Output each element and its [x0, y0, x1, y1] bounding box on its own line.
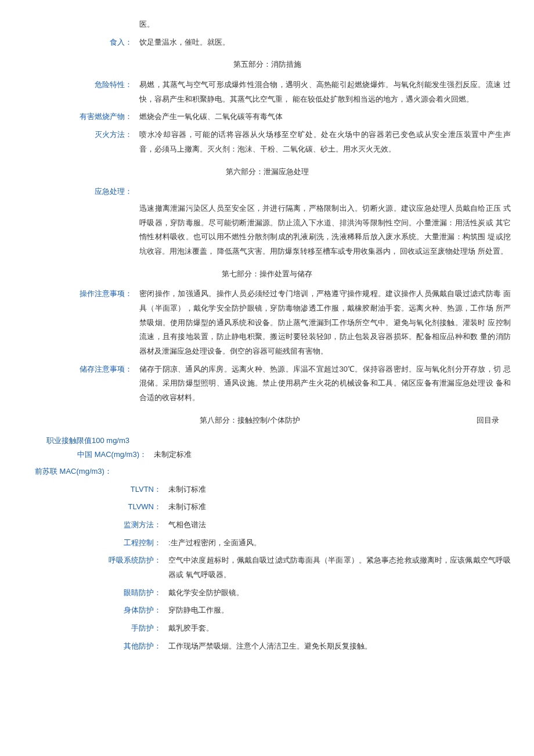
ingestion-row: 食入： 饮足量温水，催吐。就医。	[23, 35, 511, 50]
body-row: 身体防护： 穿防静电工作服。	[23, 603, 511, 618]
cn-mac-label: 中国 MAC(mg/m3)：	[23, 448, 154, 462]
eng-control-content: :生产过程密闭，全面通风。	[168, 536, 511, 550]
empty-label	[23, 17, 139, 32]
extinguish-content: 喷水冷却容器，可能的话将容器从火场移至空旷处。处在火场中的容器若已变色或从安全泄…	[139, 128, 511, 156]
occupational-limit: 职业接触限值100 mg/m3	[46, 434, 511, 448]
hand-label: 手防护：	[23, 621, 168, 636]
section5-title: 第五部分：消防措施	[23, 57, 511, 72]
extinguish-label: 灭火方法：	[23, 128, 139, 156]
eng-control-label: 工程控制：	[23, 536, 168, 550]
tlvtn-content: 未制订标准	[168, 483, 511, 497]
storage-row: 储存注意事项： 储存于阴凉、通风的库房。远离火种、热源。库温不宜超过30℃。保持…	[23, 362, 511, 405]
emergency-label: 应急处理：	[23, 185, 139, 199]
section8-title: 第八部分：接触控制/个体防护	[23, 413, 477, 428]
eng-control-row: 工程控制： :生产过程密闭，全面通风。	[23, 536, 511, 550]
section7-title: 第七部分：操作处置与储存	[23, 267, 511, 282]
section6-title: 第六部分：泄漏应急处理	[23, 165, 511, 179]
body-label: 身体防护：	[23, 603, 168, 618]
operation-label: 操作注意事项：	[23, 287, 139, 358]
respiratory-row: 呼吸系统防护： 空气中浓度超标时，佩戴自吸过滤式防毒面具（半面罩）。紧急事态抢救…	[23, 553, 511, 582]
emergency-row: 应急处理： 迅速撤离泄漏污染区人员至安全区，并进行隔离，严格限制出入。切断火源。…	[23, 185, 511, 258]
extinguish-row: 灭火方法： 喷水冷却容器，可能的话将容器从火场移至空旷处。处在火场中的容器若已变…	[23, 128, 511, 156]
hand-row: 手防护： 戴乳胶手套。	[23, 621, 511, 636]
tlvwn-content: 未制订标准	[168, 500, 511, 514]
respiratory-label: 呼吸系统防护：	[23, 553, 168, 582]
other-content: 工作现场严禁吸烟。注意个人清洁卫生。避免长期反复接触。	[168, 639, 511, 654]
eye-label: 眼睛防护：	[23, 586, 168, 600]
cn-mac-content: 未制定标准	[154, 448, 511, 462]
ingestion-label: 食入：	[23, 35, 139, 50]
other-label: 其他防护：	[23, 639, 168, 654]
hazard-content: 易燃，其蒸气与空气可形成爆炸性混合物，遇明火、高热能引起燃烧爆炸。与氧化剂能发生…	[139, 78, 511, 106]
body-content: 穿防静电工作服。	[168, 603, 511, 618]
hand-content: 戴乳胶手套。	[168, 621, 511, 636]
section8-header: 第八部分：接触控制/个体防护 回目录	[23, 413, 511, 428]
tlvwn-row: TLVWN： 未制订标准	[23, 500, 511, 514]
ingestion-content: 饮足量温水，催吐。就医。	[139, 35, 511, 50]
other-row: 其他防护： 工作现场严禁吸烟。注意个人清洁卫生。避免长期反复接触。	[23, 639, 511, 654]
monitor-content: 气相色谱法	[168, 518, 511, 532]
pre-content-row: 医。	[23, 17, 511, 32]
hazard-row: 危险特性： 易燃，其蒸气与空气可形成爆炸性混合物，遇明火、高热能引起燃烧爆炸。与…	[23, 78, 511, 106]
tlvtn-row: TLVTN： 未制订标准	[23, 483, 511, 497]
operation-content: 密闭操作，加强通风。操作人员必须经过专门培训，严格遵守操作规程。建议操作人员佩戴…	[139, 287, 511, 358]
monitor-row: 监测方法： 气相色谱法	[23, 518, 511, 532]
document-body: 医。 食入： 饮足量温水，催吐。就医。 第五部分：消防措施 危险特性： 易燃，其…	[23, 17, 511, 653]
combustion-content: 燃烧会产生一氧化碳、二氧化碳等有毒气体	[139, 110, 511, 124]
tlvtn-label: TLVTN：	[23, 483, 168, 497]
former-soviet-label: 前苏联 MAC(mg/m3)：	[35, 465, 511, 479]
operation-row: 操作注意事项： 密闭操作，加强通风。操作人员必须经过专门培训，严格遵守操作规程。…	[23, 287, 511, 358]
back-to-contents-link[interactable]: 回目录	[477, 413, 511, 428]
monitor-label: 监测方法：	[23, 518, 168, 532]
eye-content: 戴化学安全防护眼镜。	[168, 586, 511, 600]
respiratory-content: 空气中浓度超标时，佩戴自吸过滤式防毒面具（半面罩）。紧急事态抢救或撤离时，应该佩…	[168, 553, 511, 582]
combustion-row: 有害燃烧产物： 燃烧会产生一氧化碳、二氧化碳等有毒气体	[23, 110, 511, 124]
tlvwn-label: TLVWN：	[23, 500, 168, 514]
emergency-content: 迅速撤离泄漏污染区人员至安全区，并进行隔离，严格限制出入。切断火源。建议应急处理…	[139, 201, 511, 259]
storage-label: 储存注意事项：	[23, 362, 139, 405]
storage-content: 储存于阴凉、通风的库房。远离火种、热源。库温不宜超过30℃。保持容器密封。应与氧…	[139, 362, 511, 405]
cn-mac-row: 中国 MAC(mg/m3)： 未制定标准	[23, 448, 511, 462]
combustion-label: 有害燃烧产物：	[23, 110, 139, 124]
eye-row: 眼睛防护： 戴化学安全防护眼镜。	[23, 586, 511, 600]
hazard-label: 危险特性：	[23, 78, 139, 106]
pre-content: 医。	[139, 17, 511, 32]
